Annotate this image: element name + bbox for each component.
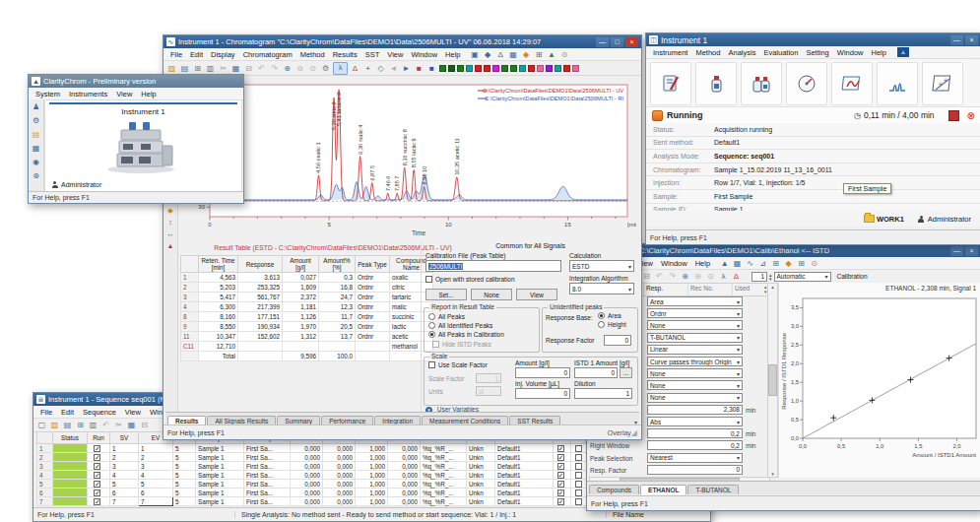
result-col-5[interactable]: Peak Type xyxy=(356,256,390,273)
menu-item-help[interactable]: Help xyxy=(867,48,889,57)
use-scale-checkbox[interactable]: Use Scale Factor xyxy=(428,361,488,368)
menu-item-edit[interactable]: Edit xyxy=(57,408,78,417)
calibration-vscroll[interactable]: ▴▾ xyxy=(767,283,778,478)
menu-item-file[interactable]: File xyxy=(36,408,56,417)
overlay-icon[interactable]: ▣ xyxy=(470,49,481,60)
print-icon[interactable]: ▥ xyxy=(205,63,216,74)
menu-item-view[interactable]: View xyxy=(383,50,407,59)
abort-button[interactable]: ⊗ xyxy=(967,110,975,121)
menu-item-display[interactable]: Display xyxy=(207,50,239,59)
save-icon[interactable]: ▤ xyxy=(179,63,190,74)
mode-select[interactable]: Automatic▾ xyxy=(774,272,831,282)
menu-item-instruments[interactable]: Instruments xyxy=(65,90,111,98)
set-button[interactable]: Set... xyxy=(425,289,467,300)
result-col-2[interactable]: Response xyxy=(238,256,283,273)
run-checkbox[interactable] xyxy=(94,489,100,496)
form-select-1[interactable]: Ordnr▾ xyxy=(647,308,743,318)
sequence-row[interactable]: 3335Sample 1First Sa...0,0000,0001,0000,… xyxy=(37,462,607,471)
sequence-row[interactable]: 1115Sample 1First Sa...0,0000,0001,0000,… xyxy=(37,444,607,453)
flag-checkbox[interactable] xyxy=(575,489,582,496)
scale-icon[interactable]: ◆ xyxy=(483,49,493,60)
run-checkbox[interactable] xyxy=(94,498,100,505)
menu-item-setting[interactable]: Setting xyxy=(802,48,832,57)
minimize-button[interactable]: — xyxy=(596,37,609,47)
result-col-1[interactable]: Reten. Time[min] xyxy=(199,256,238,273)
paste-icon[interactable]: ⊟ xyxy=(641,271,652,282)
sequence-row[interactable]: 5555Sample 1First Sa...0,0000,0001,0000,… xyxy=(37,480,607,489)
signal-square-6[interactable] xyxy=(484,65,490,72)
result-table-row[interactable]: 88,160177,1511,12611,7Ordnrsuccinic xyxy=(181,312,433,322)
user-button[interactable]: Administrator xyxy=(918,215,971,224)
radio-height[interactable]: Height xyxy=(598,321,626,328)
close-button[interactable]: × xyxy=(965,246,978,256)
calibration-file-input[interactable]: 2506MULTI xyxy=(425,260,561,272)
signal-square-14[interactable] xyxy=(555,65,561,72)
form-select-7[interactable]: None▾ xyxy=(647,380,743,390)
save-icon[interactable]: ▤ xyxy=(62,420,73,430)
method-setup-button[interactable] xyxy=(650,62,691,105)
menu-item-system[interactable]: System xyxy=(32,90,64,98)
zoom-reset-icon[interactable]: ⊙ xyxy=(307,63,318,74)
sequence-row[interactable]: 6665Sample 1First Sa...0,0000,0001,0000,… xyxy=(37,489,607,497)
calibration-button[interactable]: ++ xyxy=(922,62,963,105)
form-select-8[interactable]: None▾ xyxy=(647,393,743,403)
minimize-button[interactable]: — xyxy=(950,246,963,256)
run-checkbox[interactable] xyxy=(94,463,100,470)
instrument-image[interactable] xyxy=(99,118,188,173)
tools-icon[interactable]: ⚙ xyxy=(320,63,331,74)
menu-item-results[interactable]: Results xyxy=(329,50,361,59)
peaks-icon[interactable]: ∿ xyxy=(745,258,755,269)
copy-icon[interactable]: ▦ xyxy=(126,420,137,430)
seq-col-0[interactable] xyxy=(37,432,53,444)
menu-item-window[interactable]: Window xyxy=(407,50,441,59)
signal-square-12[interactable] xyxy=(537,65,544,72)
gear-icon[interactable]: ⚙ xyxy=(33,117,39,125)
signal-square-10[interactable] xyxy=(519,65,526,72)
flag-checkbox[interactable] xyxy=(557,472,564,479)
radio-area[interactable]: Area xyxy=(598,312,621,319)
menu-item-evaluation[interactable]: Evaluation xyxy=(759,48,802,57)
stop-button[interactable] xyxy=(948,110,959,121)
flag-checkbox[interactable] xyxy=(575,498,582,505)
menu-item-analysis[interactable]: Analysis xyxy=(724,48,759,57)
report-icon[interactable]: ⊞ xyxy=(192,63,203,74)
form-input-14[interactable]: 0 xyxy=(647,465,743,475)
form-select-5[interactable]: Curve passes through Origin▾ xyxy=(647,357,743,366)
close-button[interactable]: × xyxy=(965,35,978,45)
col-recno[interactable]: Rec No. xyxy=(688,284,733,295)
folder-icon[interactable]: ▤ xyxy=(33,131,40,139)
menu-item-instrument[interactable]: Instrument xyxy=(649,48,691,57)
tab-ethanol[interactable]: ETHANOL xyxy=(640,485,686,494)
radio-all-in-calibration[interactable]: All Peaks in Calibration xyxy=(428,331,504,338)
peak-detect-icon[interactable]: λ xyxy=(718,271,729,282)
run-checkbox[interactable] xyxy=(94,481,100,488)
signal-square-16[interactable] xyxy=(572,65,579,72)
menu-item-help[interactable]: Help xyxy=(691,259,714,268)
form-input-11[interactable]: 0,2 xyxy=(647,428,743,438)
project-button[interactable]: WORK1 xyxy=(864,215,904,224)
result-col-0[interactable] xyxy=(181,256,199,273)
menu-item-window[interactable]: Window xyxy=(657,259,691,268)
run-checkbox[interactable] xyxy=(94,445,100,452)
calibration-titlebar[interactable]: ⊿ Calibration C:\ClarityChrom\DataFiles\… xyxy=(587,244,980,257)
signal-square-1[interactable] xyxy=(439,65,446,72)
monitor-icon[interactable]: ▦ xyxy=(33,145,40,153)
form-select-4[interactable]: Linear▾ xyxy=(647,345,743,355)
prev-icon[interactable]: ◄ xyxy=(388,63,399,74)
menu-item-method[interactable]: Method xyxy=(296,50,329,59)
seq-col-3[interactable]: SV xyxy=(110,432,139,444)
result-table[interactable]: Reten. Time[min]ResponseAmount[g/l]Amoun… xyxy=(180,255,433,361)
result-table-row[interactable]: 25,203253,3251,60916,8Ordnrcitric xyxy=(181,283,433,293)
report-icon[interactable]: ⊞ xyxy=(75,420,86,430)
axes-icon[interactable]: ◇ xyxy=(375,63,386,74)
zoom-in-icon[interactable]: ⊕ xyxy=(680,271,690,282)
result-table-row[interactable]: C1112,710methanol xyxy=(181,342,433,352)
copy-image-icon[interactable]: ▦ xyxy=(508,49,519,60)
signal-square-3[interactable] xyxy=(457,65,464,72)
seq-col-1[interactable]: Status xyxy=(53,432,88,444)
form-select-0[interactable]: Area▾ xyxy=(647,296,743,306)
baseline-icon[interactable]: Δ xyxy=(731,271,742,282)
response-factor-input[interactable]: 0 xyxy=(604,335,631,346)
menu-item-file[interactable]: File xyxy=(166,50,186,59)
marker-icon[interactable]: ◆ xyxy=(783,258,794,269)
